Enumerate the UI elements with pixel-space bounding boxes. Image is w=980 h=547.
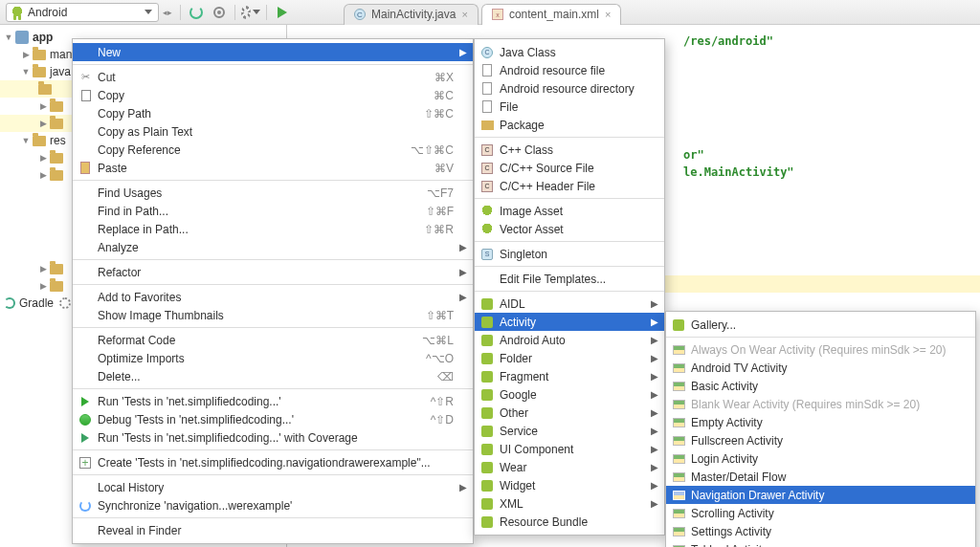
menu-item[interactable]: Login Activity [666, 449, 975, 468]
menu-item[interactable]: Folder▶ [475, 349, 664, 367]
activity-submenu[interactable]: Gallery...Always On Wear Activity (Requi… [665, 311, 976, 547]
shortcut: ⌘V [434, 162, 454, 175]
paste-icon [78, 162, 92, 175]
menu-item[interactable]: CC++ Class [475, 141, 664, 159]
new-submenu[interactable]: CJava ClassAndroid resource fileAndroid … [474, 38, 665, 536]
menu-item[interactable]: Find in Path...⇧⌘F [73, 202, 473, 220]
menu-item[interactable]: Android resource directory [475, 79, 664, 98]
submenu-arrow-icon: ▶ [651, 444, 658, 454]
menu-item[interactable]: Paste⌘V [73, 159, 473, 177]
menu-item[interactable]: CC/C++ Header File [475, 177, 664, 195]
menu-item[interactable]: Package [475, 116, 664, 134]
twisty-icon[interactable]: ▶ [38, 281, 48, 291]
close-icon[interactable]: × [461, 9, 467, 20]
context-menu[interactable]: New▶Cut⌘XCopy⌘CCopy Path⇧⌘CCopy as Plain… [72, 38, 474, 544]
menu-item[interactable]: Run 'Tests in 'net.simplifiedcoding...' … [73, 428, 473, 447]
menu-item[interactable]: Android resource file [475, 61, 664, 79]
menu-item[interactable]: Android TV Activity [666, 359, 975, 377]
menu-item[interactable]: Tabbed Activity [666, 540, 975, 547]
menu-item[interactable]: Cut⌘X [73, 68, 473, 86]
module-collapse[interactable]: ◂▸ [163, 8, 172, 17]
twisty-icon[interactable]: ▶ [38, 101, 48, 111]
menu-item[interactable]: File [475, 98, 664, 116]
menu-item[interactable]: Google▶ [475, 385, 664, 404]
menu-item[interactable]: Refactor▶ [73, 263, 473, 281]
menu-item[interactable]: Android Auto▶ [475, 331, 664, 349]
menu-item[interactable]: Edit File Templates... [475, 270, 664, 288]
menu-item[interactable]: UI Component▶ [475, 440, 664, 458]
menu-item[interactable]: Copy Reference⌥⇧⌘C [73, 141, 473, 159]
menu-item[interactable]: SSingleton [475, 245, 664, 263]
menu-item-label: Reveal in Finder [98, 524, 181, 537]
menu-item[interactable]: Debug 'Tests in 'net.simplifiedcoding...… [73, 410, 473, 428]
run-toolbar-button[interactable] [273, 3, 292, 22]
android-icon [480, 479, 494, 492]
module-name: Android [28, 6, 67, 19]
menu-item[interactable]: Widget▶ [475, 476, 664, 494]
tab-label: MainActivity.java [371, 8, 456, 21]
menu-item[interactable]: Fragment▶ [475, 367, 664, 385]
menu-item[interactable]: Optimize Imports^⌥O [73, 349, 473, 367]
menu-item[interactable]: Replace in Path...⇧⌘R [73, 220, 473, 238]
menu-item[interactable]: Copy⌘C [73, 86, 473, 104]
module-selector[interactable]: Android [6, 3, 159, 22]
menu-item[interactable]: Other▶ [475, 404, 664, 422]
menu-item[interactable]: Add to Favorites▶ [73, 288, 473, 306]
menu-item[interactable]: +Create 'Tests in 'net.simplifiedcoding.… [73, 453, 473, 471]
twisty-icon[interactable]: ▼ [21, 136, 31, 145]
twisty-icon[interactable]: ▶ [38, 170, 48, 180]
menu-item[interactable]: Activity▶ [475, 313, 664, 331]
bug-icon [78, 413, 92, 427]
close-icon[interactable]: × [605, 9, 611, 20]
menu-item[interactable]: Reformat Code⌥⌘L [73, 331, 473, 349]
settings-toolbar-button[interactable] [241, 3, 260, 22]
menu-item[interactable]: XML▶ [475, 494, 664, 513]
submenu-arrow-icon: ▶ [651, 498, 658, 509]
menu-item[interactable]: Synchronize 'navigation...werexample' [73, 496, 473, 514]
menu-item-label: New [98, 46, 121, 59]
menu-item[interactable]: Empty Activity [666, 413, 975, 431]
menu-item[interactable]: CC/C++ Source File [475, 159, 664, 177]
tab-mainactivity[interactable]: C MainActivity.java × [344, 4, 479, 25]
menu-item[interactable]: Fullscreen Activity [666, 431, 975, 449]
menu-item[interactable]: Navigation Drawer Activity [666, 486, 975, 504]
menu-item[interactable]: Copy as Plain Text [73, 122, 473, 141]
menu-item[interactable]: Gallery... [666, 316, 975, 334]
menu-item[interactable]: AIDL▶ [475, 295, 664, 313]
android-icon [480, 497, 494, 511]
activity-template-icon [672, 380, 685, 393]
twisty-icon[interactable]: ▶ [38, 153, 48, 163]
menu-item[interactable]: Run 'Tests in 'net.simplifiedcoding...'^… [73, 392, 473, 410]
twisty-icon[interactable]: ▼ [21, 67, 31, 77]
menu-item[interactable]: CJava Class [475, 43, 664, 61]
android-icon [480, 316, 494, 329]
menu-item[interactable]: Delete...⌫ [73, 367, 473, 385]
folder-icon [50, 264, 63, 274]
menu-item[interactable]: Analyze▶ [73, 238, 473, 256]
twisty-icon[interactable]: ▶ [38, 119, 48, 128]
menu-item-label: Singleton [500, 248, 547, 261]
twisty-icon[interactable]: ▶ [21, 50, 31, 59]
menu-item[interactable]: Settings Activity [666, 522, 975, 540]
menu-item[interactable]: Vector Asset [475, 220, 664, 238]
twisty-icon[interactable]: ▶ [38, 264, 48, 274]
menu-item[interactable]: Resource Bundle [475, 513, 664, 531]
twisty-icon[interactable]: ▼ [4, 33, 13, 42]
menu-item[interactable]: Copy Path⇧⌘C [73, 104, 473, 122]
menu-item[interactable]: Image Asset [475, 202, 664, 220]
menu-item[interactable]: Wear▶ [475, 458, 664, 476]
menu-item[interactable]: Find Usages⌥F7 [73, 184, 473, 202]
tab-contentmain[interactable]: x content_main.xml × [481, 4, 621, 25]
sync-toolbar-button[interactable] [187, 3, 206, 22]
run-coverage-icon [78, 431, 92, 445]
target-toolbar-button[interactable] [210, 3, 229, 22]
menu-item[interactable]: Master/Detail Flow [666, 468, 975, 486]
menu-item[interactable]: Local History▶ [73, 478, 473, 496]
menu-item[interactable]: Service▶ [475, 422, 664, 440]
menu-item[interactable]: Scrolling Activity [666, 504, 975, 522]
separator [180, 5, 181, 20]
menu-item[interactable]: Show Image Thumbnails⇧⌘T [73, 306, 473, 324]
menu-item[interactable]: Basic Activity [666, 377, 975, 395]
menu-item[interactable]: Reveal in Finder [73, 521, 473, 539]
menu-item[interactable]: New▶ [73, 43, 473, 61]
